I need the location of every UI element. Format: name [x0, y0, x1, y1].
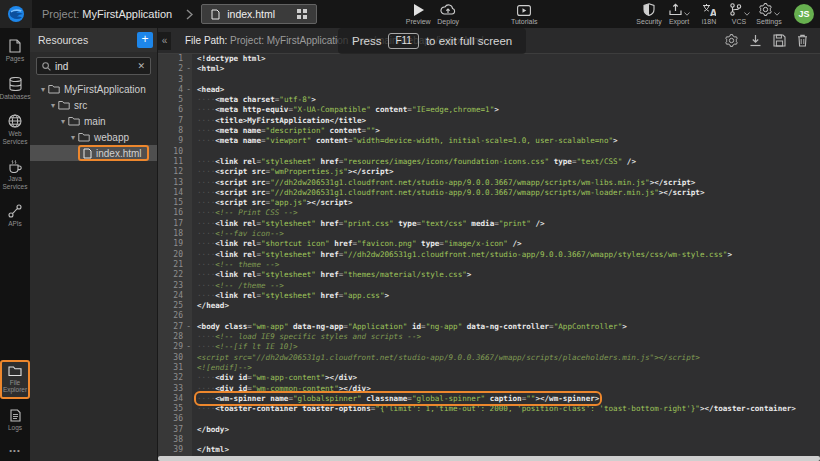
gutter-line[interactable]: 38 — [158, 435, 192, 445]
code-line[interactable]: </html> — [192, 445, 820, 455]
gutter-line[interactable]: 33 — [158, 384, 192, 394]
code-line[interactable] — [192, 414, 820, 424]
code-line[interactable]: ····<link rel="stylesheet" href="resourc… — [192, 157, 820, 167]
code-line[interactable]: ····<link rel="stylesheet" href="print.c… — [192, 219, 820, 229]
code-line[interactable]: ····<title>MyFirstApplication</title> — [192, 116, 820, 126]
fold-marker-icon[interactable]: - — [186, 342, 191, 352]
code-line[interactable]: ····<script src="//dh2dw206531g1.cloudfr… — [192, 188, 820, 198]
settings-button[interactable]: Settings — [754, 3, 784, 26]
code-line[interactable]: ····<meta name="description" content=""> — [192, 126, 820, 136]
code-line[interactable]: <script src="//dh2dw206531g1.cloudfront.… — [192, 353, 820, 363]
more-options-button[interactable]: ••• — [9, 446, 20, 455]
code-line[interactable]: ····<!--fav icon--> — [192, 229, 820, 239]
fold-marker-icon[interactable]: - — [186, 322, 191, 332]
sidebar-item-apis[interactable]: APIs — [0, 201, 30, 232]
expand-arrow-icon[interactable]: ▾ — [58, 117, 68, 126]
tree-item-MyFirstApplication[interactable]: ▾MyFirstApplication — [30, 81, 157, 97]
code-line[interactable]: <![endif]--> — [192, 363, 820, 373]
gutter-line[interactable]: 8 — [158, 126, 192, 136]
gutter-line[interactable]: 29- — [158, 342, 192, 352]
tree-item-src[interactable]: ▾src — [30, 97, 157, 113]
code-line[interactable]: ····<!--[if lt IE 10]> — [192, 342, 820, 352]
gutter-line[interactable]: 15 — [158, 198, 192, 208]
expand-arrow-icon[interactable]: ▾ — [48, 101, 58, 110]
line-number-gutter[interactable]: 12-34-5678910111213141516171819202122232… — [158, 54, 192, 456]
search-input[interactable] — [55, 61, 133, 72]
save-icon[interactable] — [773, 34, 786, 47]
download-icon[interactable] — [749, 34, 762, 47]
code-line[interactable]: ····<link rel="stylesheet" href="//dh2dw… — [192, 250, 820, 260]
code-line[interactable]: <!doctype html> — [192, 54, 820, 64]
gutter-line[interactable]: 37 — [158, 425, 192, 435]
expand-arrow-icon[interactable]: ▾ — [38, 85, 48, 94]
user-avatar[interactable]: JS — [794, 4, 814, 24]
gutter-line[interactable]: 21 — [158, 260, 192, 270]
code-line[interactable] — [192, 75, 820, 85]
sidebar-item-pages[interactable]: Pages — [0, 36, 30, 67]
delete-trash-icon[interactable] — [797, 34, 808, 47]
preview-button[interactable]: Preview — [403, 3, 433, 26]
grid-icon[interactable] — [297, 9, 307, 19]
tree-item-index.html[interactable]: index.html — [30, 145, 157, 161]
gutter-line[interactable]: 30 — [158, 353, 192, 363]
export-button[interactable]: Export — [664, 3, 694, 26]
code-line[interactable]: ····<div id="wm-common-content"></div> — [192, 384, 820, 394]
gutter-line[interactable]: 6 — [158, 105, 192, 115]
vcs-button[interactable]: VCS — [724, 3, 754, 26]
clear-search-icon[interactable]: ✕ — [137, 61, 145, 71]
gutter-line[interactable]: 10 — [158, 147, 192, 157]
gutter-line[interactable]: 7 — [158, 116, 192, 126]
gutter-line[interactable]: 20 — [158, 250, 192, 260]
gutter-line[interactable]: 34 — [158, 394, 192, 404]
code-line[interactable]: ····<link rel="stylesheet" href="app.css… — [192, 291, 820, 301]
collapse-panel-button[interactable]: « — [158, 32, 171, 50]
gutter-line[interactable]: 11 — [158, 157, 192, 167]
code-line[interactable]: ····<script src="wmProperties.js"></scri… — [192, 167, 820, 177]
code-line[interactable] — [192, 311, 820, 321]
code-line[interactable]: ····<meta http-equiv="X-UA-Compatible" c… — [192, 105, 820, 115]
code-line[interactable]: ····<script src="app.js"></script> — [192, 198, 820, 208]
code-line[interactable] — [192, 147, 820, 157]
gutter-line[interactable]: 3 — [158, 75, 192, 85]
tutorials-button[interactable]: Tutorials — [509, 3, 539, 26]
gutter-line[interactable]: 9 — [158, 136, 192, 146]
code-line[interactable]: ····<script src="//dh2dw206531g1.cloudfr… — [192, 178, 820, 188]
gutter-line[interactable]: 31 — [158, 363, 192, 373]
code-line[interactable]: ····<toaster-container toaster-options="… — [192, 404, 820, 414]
code-line[interactable]: ····<link rel="stylesheet" href="themes/… — [192, 270, 820, 280]
gutter-line[interactable]: 35 — [158, 404, 192, 414]
sidebar-item-databases[interactable]: Databases — [0, 74, 30, 105]
code-line[interactable]: </head> — [192, 301, 820, 311]
gutter-line[interactable]: 27- — [158, 322, 192, 332]
gutter-line[interactable]: 19 — [158, 239, 192, 249]
gutter-line[interactable]: 22 — [158, 270, 192, 280]
code-area[interactable]: 12-34-5678910111213141516171819202122232… — [158, 54, 820, 456]
code-line[interactable]: <head> — [192, 85, 820, 95]
code-line[interactable]: ····<!-- load IE9 specific styles and sc… — [192, 332, 820, 342]
gutter-line[interactable]: 36 — [158, 414, 192, 424]
code-line[interactable]: <body class="wm-app" data-ng-app="Applic… — [192, 322, 820, 332]
code-line[interactable]: ····<!-- /theme --> — [192, 281, 820, 291]
gutter-line[interactable]: 17 — [158, 219, 192, 229]
code-line[interactable]: </body> — [192, 425, 820, 435]
editor-settings-gear-icon[interactable] — [725, 34, 738, 47]
resource-search[interactable]: ✕ — [36, 57, 151, 75]
gutter-line[interactable]: 23 — [158, 281, 192, 291]
app-logo[interactable] — [0, 0, 32, 28]
gutter-line[interactable]: 14 — [158, 188, 192, 198]
gutter-line[interactable]: 18 — [158, 229, 192, 239]
gutter-line[interactable]: 25 — [158, 301, 192, 311]
gutter-line[interactable]: 39 — [158, 445, 192, 455]
fold-marker-icon[interactable]: - — [186, 64, 191, 74]
sidebar-item-web-services[interactable]: Web Services — [0, 111, 30, 149]
tree-item-main[interactable]: ▾main — [30, 113, 157, 129]
deploy-button[interactable]: Deploy — [433, 3, 463, 26]
code-line[interactable]: ····<wm-spinner name="globalspinner" cla… — [192, 394, 820, 404]
tab-index-html[interactable]: index.html — [201, 4, 317, 24]
gutter-line[interactable]: 28 — [158, 332, 192, 342]
gutter-line[interactable]: 5 — [158, 95, 192, 105]
code-line[interactable]: <html> — [192, 64, 820, 74]
code-line[interactable]: ····<div id="wm-app-content"></div> — [192, 373, 820, 383]
code-line[interactable]: ····<meta name="viewport" content="width… — [192, 136, 820, 146]
gutter-line[interactable]: 1 — [158, 54, 192, 64]
